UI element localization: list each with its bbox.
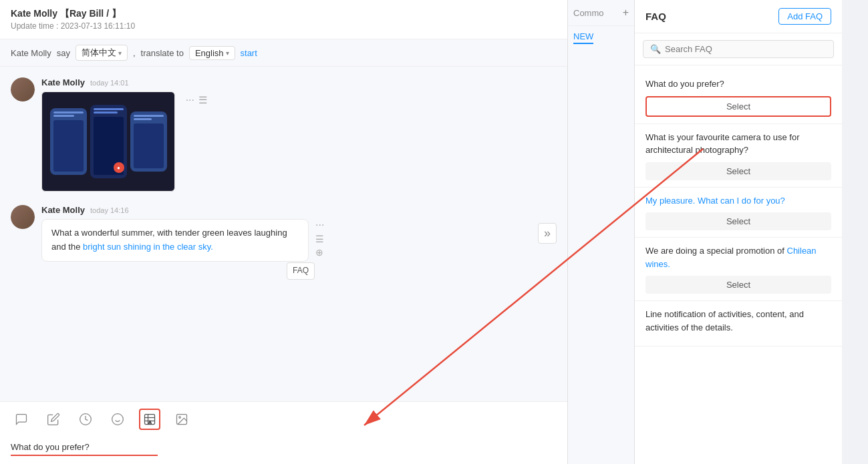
faq-select-btn-3[interactable]: Select — [645, 212, 831, 230]
faq-panel: FAQ Add FAQ 🔍 What do you prefer? Select… — [635, 0, 842, 464]
add-tab-btn[interactable]: + — [623, 7, 629, 19]
chat-icon[interactable] — [11, 409, 32, 430]
chat-header: Kate Molly 【Ray Bill / 】 Update time : 2… — [0, 0, 567, 39]
faq-icon[interactable]: A — [139, 409, 160, 430]
message-meta-2: Kate Molly today 14:16 — [41, 205, 531, 215]
middle-panel: Commo + NEW — [568, 0, 635, 464]
message-content-1: Kate Molly today 14:01 ··· ☰ — [41, 77, 557, 192]
avatar-2 — [11, 205, 35, 229]
faq-question-2: What is your favourite camera to use for… — [645, 131, 831, 157]
chat-title: Kate Molly 【Ray Bill / 】 — [11, 8, 557, 20]
message-time-2: today 14:16 — [90, 206, 129, 214]
svg-text:A: A — [148, 420, 152, 425]
avatar-1 — [11, 77, 35, 101]
message-content-2: Kate Molly today 14:16 What a wonderful … — [41, 205, 531, 262]
toolbar-icons: A — [0, 402, 567, 437]
svg-point-10 — [179, 417, 181, 419]
new-tab[interactable]: NEW — [573, 31, 593, 44]
faq-question-3: My pleasure. What can I do for you? — [645, 194, 831, 208]
highlight-text: bright sun shining in the clear sky. — [83, 242, 213, 252]
say-word: say — [57, 48, 70, 58]
image-message-1: ● — [41, 91, 175, 192]
message-author-2: Kate Molly — [41, 205, 85, 215]
target-lang-select[interactable]: English ▾ — [189, 46, 235, 60]
faq-question-4: We are doing a special promotion of Chil… — [645, 244, 831, 270]
chat-input-text[interactable]: What do you prefer? — [11, 442, 158, 456]
text-message-2: What a wonderful summer, with tender gre… — [41, 219, 309, 262]
middle-header: Commo + — [568, 0, 634, 26]
faq-select-btn-1[interactable]: Select — [645, 96, 831, 117]
message-meta-1: Kate Molly today 14:01 — [41, 77, 557, 87]
faq-search-area: 🔍 — [635, 33, 842, 65]
note-icon-2[interactable]: ☰ — [315, 234, 324, 244]
faq-q4-blue: Chilean wines. — [645, 246, 817, 269]
faq-panel-header: FAQ Add FAQ — [635, 0, 842, 33]
message-group-1: Kate Molly today 14:01 ··· ☰ — [11, 77, 557, 192]
translate-to-label: translate to — [141, 48, 184, 58]
faq-item-4: We are doing a special promotion of Chil… — [635, 238, 842, 301]
faq-item-2: What is your favourite camera to use for… — [635, 124, 842, 188]
faq-item-3: My pleasure. What can I do for you? Sele… — [635, 188, 842, 238]
translate-start-btn[interactable]: start — [241, 48, 257, 58]
more-options-icon-1[interactable]: ··· — [186, 94, 194, 106]
add-faq-button[interactable]: Add FAQ — [778, 8, 831, 25]
target-lang-value: English — [195, 48, 224, 58]
chat-subtitle: Update time : 2023-07-13 16:11:10 — [11, 21, 557, 31]
globe-icon-2[interactable]: ⊕ — [315, 247, 324, 258]
search-box: 🔍 — [643, 40, 834, 58]
middle-tab-new-area: NEW — [568, 26, 634, 49]
message-group-2: Kate Molly today 14:16 What a wonderful … — [11, 205, 557, 262]
middle-tab-label: Commo — [573, 8, 604, 18]
source-lang-select[interactable]: 简体中文 ▾ — [76, 45, 128, 61]
translate-bar: Kate Molly say 简体中文 ▾ , translate to Eng… — [0, 39, 567, 67]
search-input[interactable] — [665, 44, 827, 54]
edit-icon[interactable] — [43, 409, 64, 430]
source-lang-value: 简体中文 — [82, 47, 116, 59]
clock-icon[interactable] — [75, 409, 96, 430]
image-icon[interactable] — [171, 409, 192, 430]
chat-area: Kate Molly 【Ray Bill / 】 Update time : 2… — [0, 0, 568, 464]
faq-question-5: Line notification of activities, content… — [645, 308, 831, 334]
faq-item-5: Line notification of activities, content… — [635, 301, 842, 346]
faq-select-btn-2[interactable]: Select — [645, 162, 831, 180]
message-author-1: Kate Molly — [41, 77, 85, 87]
faq-tag: FAQ — [287, 262, 315, 279]
search-icon: 🔍 — [650, 44, 661, 54]
faq-question-1: What do you prefer? — [645, 77, 831, 91]
say-label: Kate Molly — [11, 48, 51, 58]
chat-input-area: What do you prefer? — [0, 437, 567, 464]
faq-q3-blue: My pleasure. What can I do for you? — [645, 196, 785, 206]
comma: , — [133, 48, 136, 58]
faq-list: What do you prefer? Select What is your … — [635, 65, 842, 464]
source-lang-chevron: ▾ — [118, 49, 122, 57]
svg-point-1 — [112, 414, 124, 425]
faq-select-btn-4[interactable]: Select — [645, 276, 831, 294]
message-time-1: today 14:01 — [90, 79, 129, 87]
chat-toolbar: A What do you prefer? — [0, 401, 567, 464]
note-icon-1[interactable]: ☰ — [198, 94, 207, 106]
forward-btn[interactable]: » — [538, 223, 557, 244]
faq-panel-title: FAQ — [645, 11, 666, 22]
target-lang-chevron: ▾ — [226, 49, 229, 57]
faq-item-1: What do you prefer? Select — [635, 71, 842, 124]
emoji-icon[interactable] — [107, 409, 128, 430]
more-options-icon-2[interactable]: ··· — [315, 219, 324, 231]
chat-messages: Kate Molly today 14:01 ··· ☰ — [0, 67, 567, 401]
